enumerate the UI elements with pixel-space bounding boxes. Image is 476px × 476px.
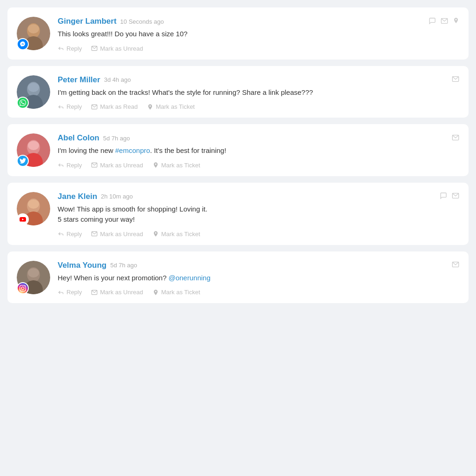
action-mark-as-ticket-button[interactable]: Mark as Ticket — [152, 162, 200, 169]
action-reply-button[interactable]: Reply — [58, 45, 82, 52]
message-header: Peter Miller3d 4h ago — [58, 75, 459, 85]
action-mark-as-ticket-button[interactable]: Mark as Ticket — [147, 103, 195, 110]
timestamp: 3d 4h ago — [104, 76, 131, 83]
message-body: Jane Klein2h 10m agoWow! This app is smo… — [58, 192, 459, 238]
platform-badge-twitter — [17, 155, 29, 167]
action-label: Mark as Ticket — [161, 231, 200, 238]
timestamp: 2h 10m ago — [101, 193, 133, 200]
message-body: Velma Young5d 7h agoHey! When is your ne… — [58, 261, 459, 296]
message-text: I'm getting back on the tracks! What's t… — [58, 87, 459, 98]
action-mark-as-ticket-button[interactable]: Mark as Ticket — [152, 289, 200, 296]
message-header: Jane Klein2h 10m ago — [58, 192, 459, 201]
action-label: Reply — [66, 289, 82, 296]
avatar-wrap — [17, 192, 50, 225]
pin-icon[interactable] — [453, 17, 459, 26]
header-icons — [429, 17, 459, 26]
action-mark-as-read-button[interactable]: Mark as Read — [91, 103, 138, 110]
header-icons — [452, 134, 459, 143]
message-card: Abel Colon5d 7h agoI'm loving the new #e… — [7, 124, 469, 176]
sender-name: Ginger Lambert — [58, 17, 117, 26]
hashtag-link[interactable]: #emconpro — [115, 146, 150, 154]
platform-badge-youtube — [17, 213, 29, 225]
action-reply-button[interactable]: Reply — [58, 162, 82, 169]
message-text: Wow! This app is smooth for shopping! Lo… — [58, 204, 459, 225]
message-card: Peter Miller3d 4h agoI'm getting back on… — [7, 66, 469, 118]
message-header-left: Jane Klein2h 10m ago — [58, 192, 133, 201]
svg-point-8 — [28, 83, 39, 92]
action-mark-as-ticket-button[interactable]: Mark as Ticket — [152, 231, 200, 238]
action-bar: ReplyMark as UnreadMark as Ticket — [58, 162, 459, 169]
action-label: Mark as Ticket — [161, 162, 200, 169]
mail-icon[interactable] — [452, 75, 459, 84]
action-reply-button[interactable]: Reply — [58, 289, 82, 296]
action-reply-button[interactable]: Reply — [58, 103, 82, 110]
message-text: I'm loving the new #emconpro. It's the b… — [58, 145, 459, 156]
platform-badge-instagram — [17, 282, 29, 294]
message-body: Abel Colon5d 7h agoI'm loving the new #e… — [58, 133, 459, 169]
action-label: Mark as Unread — [100, 162, 143, 169]
avatar-wrap — [17, 75, 50, 109]
action-bar: ReplyMark as UnreadMark as Ticket — [58, 231, 459, 238]
action-label: Mark as Unread — [100, 289, 143, 296]
header-icons — [452, 75, 459, 84]
sender-name: Velma Young — [58, 261, 106, 270]
action-mark-as-unread-button[interactable]: Mark as Unread — [91, 45, 143, 52]
message-body: Peter Miller3d 4h agoI'm getting back on… — [58, 75, 459, 111]
sender-name: Peter Miller — [58, 75, 100, 85]
timestamp: 5d 7h ago — [103, 135, 130, 142]
action-bar: ReplyMark as ReadMark as Ticket — [58, 103, 459, 110]
message-body: Ginger Lambert10 Seconds agoThis looks g… — [58, 17, 459, 52]
action-label: Reply — [66, 162, 82, 169]
action-mark-as-unread-button[interactable]: Mark as Unread — [91, 289, 143, 296]
action-mark-as-unread-button[interactable]: Mark as Unread — [91, 231, 143, 238]
avatar-wrap — [17, 17, 50, 50]
action-label: Mark as Unread — [100, 45, 143, 52]
action-label: Reply — [66, 231, 82, 238]
message-text: This looks great!!! Do you have a size 1… — [58, 29, 459, 40]
svg-point-26 — [28, 268, 39, 278]
mail-icon[interactable] — [452, 134, 459, 143]
sender-name: Jane Klein — [58, 192, 97, 201]
sender-name: Abel Colon — [58, 133, 99, 143]
mail-icon[interactable] — [441, 17, 448, 26]
avatar-wrap — [17, 133, 50, 167]
action-bar: ReplyMark as UnreadMark as Ticket — [58, 289, 459, 296]
svg-point-14 — [28, 141, 39, 150]
platform-badge-whatsapp — [17, 97, 29, 109]
message-header: Abel Colon5d 7h ago — [58, 133, 459, 143]
chat-icon[interactable] — [440, 192, 447, 201]
action-reply-button[interactable]: Reply — [58, 231, 82, 238]
mention-link[interactable]: @onerunning — [168, 274, 210, 282]
message-header: Ginger Lambert10 Seconds ago — [58, 17, 459, 26]
action-mark-as-unread-button[interactable]: Mark as Unread — [91, 162, 143, 169]
timestamp: 10 Seconds ago — [120, 18, 164, 25]
timestamp: 5d 7h ago — [110, 262, 137, 269]
header-icons — [452, 261, 459, 270]
action-label: Reply — [66, 45, 82, 52]
message-card: Ginger Lambert10 Seconds agoThis looks g… — [7, 7, 469, 60]
action-bar: ReplyMark as Unread — [58, 45, 459, 52]
platform-badge-messenger — [17, 38, 29, 50]
svg-point-2 — [28, 24, 39, 33]
message-header-left: Abel Colon5d 7h ago — [58, 133, 130, 143]
action-label: Reply — [66, 103, 82, 110]
mail-icon[interactable] — [452, 192, 459, 201]
message-card: Velma Young5d 7h agoHey! When is your ne… — [7, 251, 469, 304]
message-text: Hey! When is your next promotion? @oneru… — [58, 273, 459, 284]
mail-icon[interactable] — [452, 261, 459, 270]
action-label: Mark as Read — [100, 103, 138, 110]
action-label: Mark as Unread — [100, 231, 143, 238]
action-label: Mark as Ticket — [156, 103, 195, 110]
avatar-wrap — [17, 261, 50, 294]
action-label: Mark as Ticket — [161, 289, 200, 296]
header-icons — [440, 192, 459, 201]
chat-icon[interactable] — [429, 17, 436, 26]
message-header: Velma Young5d 7h ago — [58, 261, 459, 270]
message-header-left: Peter Miller3d 4h ago — [58, 75, 131, 85]
message-header-left: Ginger Lambert10 Seconds ago — [58, 17, 164, 26]
message-list: Ginger Lambert10 Seconds agoThis looks g… — [7, 7, 469, 303]
message-header-left: Velma Young5d 7h ago — [58, 261, 137, 270]
svg-point-20 — [28, 199, 39, 209]
message-card: Jane Klein2h 10m agoWow! This app is smo… — [7, 183, 469, 245]
